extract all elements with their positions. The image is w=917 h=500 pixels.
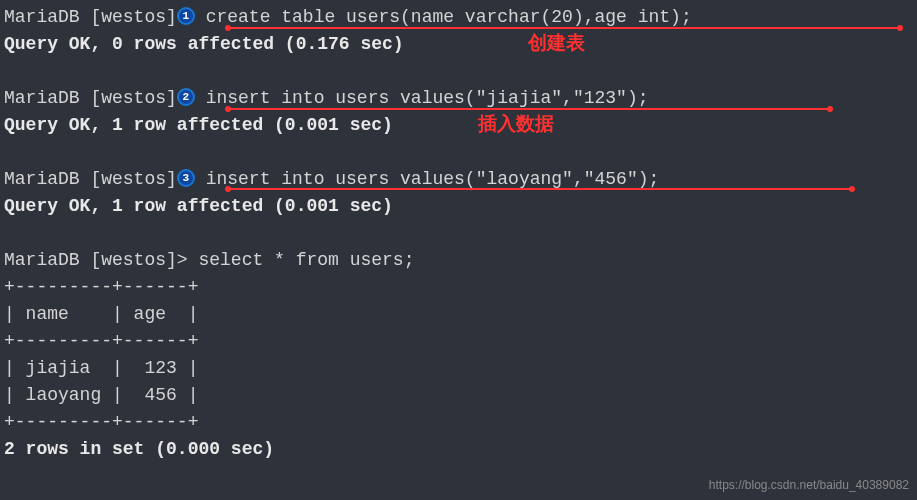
table-row: | laoyang | 456 |	[4, 382, 913, 409]
sql-command: create table users(name varchar(20),age …	[195, 7, 692, 27]
prompt-text: MariaDB [westos]	[4, 169, 177, 189]
prompt-text: MariaDB [westos]>	[4, 250, 198, 270]
terminal-output-3: Query OK, 1 row affected (0.001 sec)	[4, 193, 913, 220]
blank-line	[4, 220, 913, 247]
table-row: | jiajia | 123 |	[4, 355, 913, 382]
terminal-output-2: Query OK, 1 row affected (0.001 sec)	[4, 112, 913, 139]
table-border: +---------+------+	[4, 409, 913, 436]
annotation-label-1: 创建表	[528, 29, 585, 58]
annotation-marker-3: 3	[177, 169, 195, 187]
prompt-text: MariaDB [westos]	[4, 88, 177, 108]
annotation-label-2: 插入数据	[478, 110, 554, 139]
prompt-text: MariaDB [westos]	[4, 7, 177, 27]
table-border: +---------+------+	[4, 274, 913, 301]
terminal-output-4: 2 rows in set (0.000 sec)	[4, 436, 913, 463]
blank-line	[4, 58, 913, 85]
terminal-line-4: MariaDB [westos]> select * from users;	[4, 247, 913, 274]
table-header: | name | age |	[4, 301, 913, 328]
annotation-marker-1: 1	[177, 7, 195, 25]
sql-command: insert into users values("jiajia","123")…	[195, 88, 649, 108]
terminal-output-1: Query OK, 0 rows affected (0.176 sec)	[4, 31, 913, 58]
blank-line	[4, 139, 913, 166]
annotation-underline-3	[228, 188, 852, 190]
watermark-text: https://blog.csdn.net/baidu_40389082	[709, 476, 909, 494]
sql-command: select * from users;	[198, 250, 414, 270]
sql-command: insert into users values("laoyang","456"…	[195, 169, 659, 189]
annotation-marker-2: 2	[177, 88, 195, 106]
table-border: +---------+------+	[4, 328, 913, 355]
